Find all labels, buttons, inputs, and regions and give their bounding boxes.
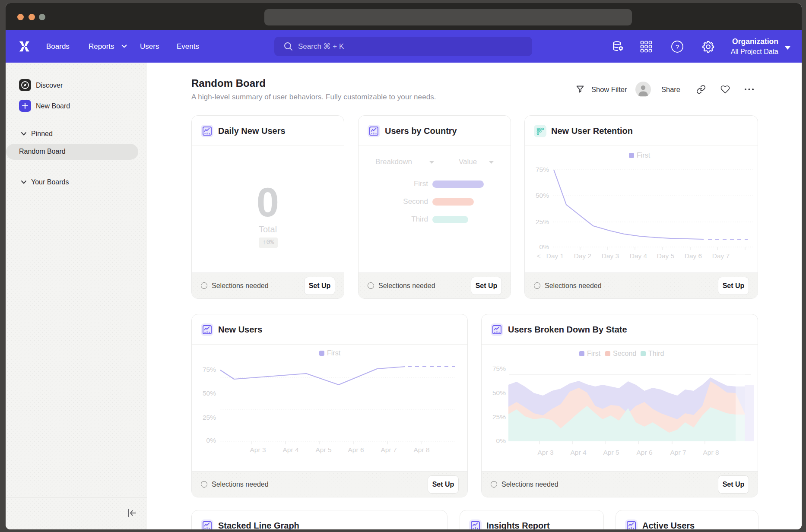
svg-text:75%: 75% [536,166,549,173]
svg-text:Apr 8: Apr 8 [703,449,719,456]
svg-text:25%: 25% [492,413,506,421]
svg-text:Apr 5: Apr 5 [603,449,619,456]
svg-text:Apr 3: Apr 3 [250,446,266,453]
svg-text:Apr 7: Apr 7 [670,449,686,456]
svg-text:Day 2: Day 2 [574,252,592,260]
svg-text:Apr 6: Apr 6 [348,446,364,453]
svg-text:?: ? [676,43,679,51]
svg-text:75%: 75% [203,366,216,373]
svg-text:Apr 3: Apr 3 [537,449,553,456]
svg-text:Day 5: Day 5 [657,252,675,260]
svg-text:First: First [327,349,341,357]
svg-text:Day 4: Day 4 [630,252,647,260]
svg-text:Day 3: Day 3 [602,252,619,260]
svg-text:Apr 4: Apr 4 [570,449,586,456]
svg-text:First: First [637,152,651,159]
svg-text:Day 1: Day 1 [546,252,564,260]
svg-text:Second: Second [613,350,636,357]
svg-text:25%: 25% [536,218,549,225]
svg-text:0%: 0% [496,437,506,444]
svg-text:Apr 4: Apr 4 [282,446,298,453]
svg-text:0%: 0% [539,243,549,250]
svg-text:Apr 7: Apr 7 [381,446,397,453]
svg-text:Apr 5: Apr 5 [315,446,331,453]
svg-text:50%: 50% [492,389,506,396]
svg-text:<: < [536,252,540,260]
svg-text:50%: 50% [203,390,216,397]
svg-text:First: First [587,350,601,357]
svg-text:Apr 8: Apr 8 [413,446,429,453]
svg-text:50%: 50% [536,192,549,199]
svg-text:75%: 75% [492,365,506,372]
svg-text:25%: 25% [203,414,216,421]
svg-text:0%: 0% [206,437,216,444]
svg-text:Third: Third [648,350,664,357]
svg-text:Day 6: Day 6 [685,252,702,260]
svg-text:Day 7: Day 7 [712,252,730,260]
svg-text:Apr 6: Apr 6 [636,449,652,456]
